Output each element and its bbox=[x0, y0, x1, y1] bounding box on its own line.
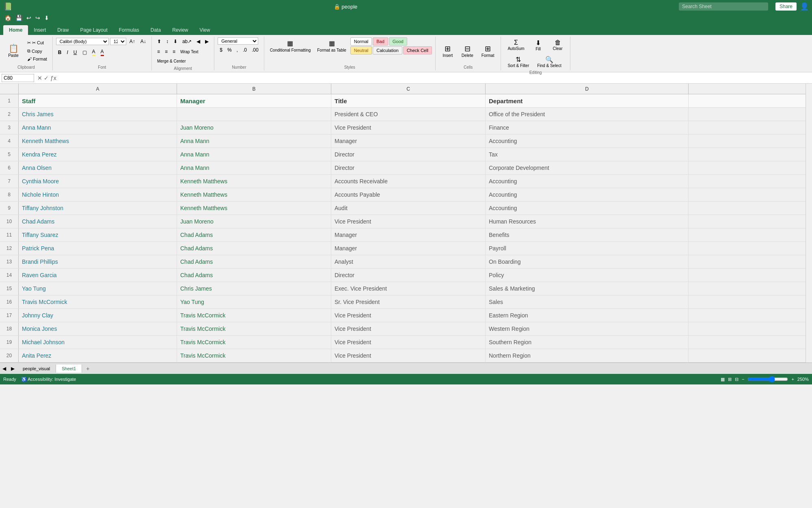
cell-b12[interactable]: Chad Adams bbox=[177, 242, 331, 255]
cell-a7[interactable]: Cynthia Moore bbox=[19, 175, 177, 188]
cell-d3[interactable]: Finance bbox=[486, 121, 689, 134]
bold-button[interactable]: B bbox=[56, 48, 64, 56]
align-left-button[interactable]: ≡ bbox=[155, 48, 162, 56]
cell-a18[interactable]: Monica Jones bbox=[19, 322, 177, 335]
name-box[interactable] bbox=[2, 74, 34, 82]
cell-a12[interactable]: Patrick Pena bbox=[19, 242, 177, 255]
cell-d6[interactable]: Corporate Development bbox=[486, 161, 689, 174]
cell-a3[interactable]: Anna Mann bbox=[19, 121, 177, 134]
delete-cells-button[interactable]: ⊟ Delete bbox=[458, 43, 477, 59]
share-button[interactable]: Share bbox=[775, 2, 797, 11]
cell-d11[interactable]: Benefits bbox=[486, 228, 689, 241]
cell-d20[interactable]: Northern Region bbox=[486, 349, 689, 362]
style-neutral[interactable]: Neutral bbox=[350, 46, 372, 54]
copy-button[interactable]: ⧉ Copy bbox=[25, 48, 49, 54]
align-top-button[interactable]: ⬆ bbox=[155, 37, 163, 46]
col-header-c[interactable]: C bbox=[331, 84, 486, 94]
cell-a6[interactable]: Anna Olsen bbox=[19, 161, 177, 174]
cell-c11[interactable]: Manager bbox=[331, 228, 486, 241]
cell-b19[interactable]: Travis McCormick bbox=[177, 336, 331, 349]
decrease-font-button[interactable]: A↓ bbox=[138, 37, 148, 46]
cell-d17[interactable]: Eastern Region bbox=[486, 309, 689, 322]
cell-b10[interactable]: Juan Moreno bbox=[177, 215, 331, 228]
comma-button[interactable]: , bbox=[235, 46, 240, 54]
cell-b13[interactable]: Chad Adams bbox=[177, 255, 331, 268]
cell-c9[interactable]: Audit bbox=[331, 202, 486, 215]
cell-d10[interactable]: Human Resources bbox=[486, 215, 689, 228]
align-center-button[interactable]: ≡ bbox=[163, 48, 170, 56]
cell-a10[interactable]: Chad Adams bbox=[19, 215, 177, 228]
font-name-select[interactable]: Calibri (Body) bbox=[56, 38, 109, 45]
tab-view[interactable]: View bbox=[194, 25, 216, 35]
cell-b4[interactable]: Anna Mann bbox=[177, 135, 331, 148]
cell-b15[interactable]: Chris James bbox=[177, 282, 331, 295]
cell-b7[interactable]: Kenneth Matthews bbox=[177, 175, 331, 188]
zoom-out-button[interactable]: − bbox=[742, 377, 744, 382]
cell-a19[interactable]: Michael Johnson bbox=[19, 336, 177, 349]
style-calculation[interactable]: Calculation bbox=[373, 46, 402, 54]
page-break-icon[interactable]: ⊞ bbox=[728, 377, 732, 382]
cell-a1[interactable]: Staff bbox=[19, 94, 177, 107]
cell-a2[interactable]: Chris James bbox=[19, 108, 177, 121]
col-header-a[interactable]: A bbox=[19, 84, 177, 94]
home-icon[interactable]: 🏠 bbox=[3, 14, 13, 22]
font-color-button[interactable]: A bbox=[99, 48, 106, 57]
cell-a20[interactable]: Anita Perez bbox=[19, 349, 177, 362]
cell-b2[interactable] bbox=[177, 108, 331, 121]
tab-insert[interactable]: Insert bbox=[28, 25, 52, 35]
decrease-decimal-button[interactable]: .0 bbox=[241, 46, 249, 54]
cell-c13[interactable]: Analyst bbox=[331, 255, 486, 268]
align-middle-button[interactable]: ↕ bbox=[164, 37, 171, 46]
cut-button[interactable]: ✂ ✂ Cut bbox=[25, 39, 49, 46]
vertical-scrollbar[interactable] bbox=[806, 84, 812, 363]
add-sheet-button[interactable]: + bbox=[82, 364, 93, 373]
tab-review[interactable]: Review bbox=[166, 25, 194, 35]
cell-c5[interactable]: Director bbox=[331, 148, 486, 161]
cell-c7[interactable]: Accounts Receivable bbox=[331, 175, 486, 188]
normal-view-icon[interactable]: ▦ bbox=[721, 377, 725, 382]
cell-d4[interactable]: Accounting bbox=[486, 135, 689, 148]
cell-a9[interactable]: Tiffany Johnston bbox=[19, 202, 177, 215]
conditional-formatting-button[interactable]: ▦ Conditional Formatting bbox=[268, 38, 313, 54]
cell-c1[interactable]: Title bbox=[331, 94, 486, 107]
cell-b20[interactable]: Travis McCormick bbox=[177, 349, 331, 362]
number-format-select[interactable]: General bbox=[218, 37, 258, 45]
cell-b17[interactable]: Travis McCormick bbox=[177, 309, 331, 322]
cell-c2[interactable]: President & CEO bbox=[331, 108, 486, 121]
cell-d12[interactable]: Payroll bbox=[486, 242, 689, 255]
cell-b18[interactable]: Travis McCormick bbox=[177, 322, 331, 335]
tab-formulas[interactable]: Formulas bbox=[113, 25, 145, 35]
cell-c14[interactable]: Director bbox=[331, 269, 486, 282]
format-as-table-button[interactable]: ▦ Format as Table bbox=[315, 38, 349, 54]
user-icon[interactable]: 👤 bbox=[800, 2, 809, 11]
cell-d2[interactable]: Office of the President bbox=[486, 108, 689, 121]
style-good[interactable]: Good bbox=[389, 37, 407, 46]
style-check-cell[interactable]: Check Cell bbox=[403, 46, 432, 54]
cell-b9[interactable]: Kenneth Matthews bbox=[177, 202, 331, 215]
page-layout-icon[interactable]: ⊟ bbox=[735, 377, 739, 382]
cell-c20[interactable]: Vice President bbox=[331, 349, 486, 362]
cell-b11[interactable]: Chad Adams bbox=[177, 228, 331, 241]
find-select-button[interactable]: 🔍 Find & Select bbox=[534, 54, 564, 69]
cell-c19[interactable]: Vice President bbox=[331, 336, 486, 349]
italic-button[interactable]: I bbox=[65, 48, 70, 56]
undo-icon[interactable]: ↩ bbox=[25, 14, 32, 22]
autosum-button[interactable]: Σ AutoSum bbox=[504, 37, 527, 53]
cancel-formula-icon[interactable]: ✕ bbox=[37, 75, 42, 81]
cell-d5[interactable]: Tax bbox=[486, 148, 689, 161]
cell-a16[interactable]: Travis McCormick bbox=[19, 295, 177, 308]
cell-c12[interactable]: Manager bbox=[331, 242, 486, 255]
style-bad[interactable]: Bad bbox=[373, 37, 388, 46]
save-icon[interactable]: 💾 bbox=[14, 14, 24, 22]
tab-page-layout[interactable]: Page Layout bbox=[74, 25, 113, 35]
cell-a8[interactable]: Nichole Hinton bbox=[19, 188, 177, 201]
fill-button[interactable]: ⬇ Fill bbox=[529, 37, 547, 53]
font-size-select[interactable]: 12 bbox=[110, 38, 126, 45]
cell-c15[interactable]: Exec. Vice President bbox=[331, 282, 486, 295]
confirm-formula-icon[interactable]: ✓ bbox=[44, 75, 49, 81]
percent-button[interactable]: % bbox=[225, 46, 234, 54]
style-normal[interactable]: Normal bbox=[350, 37, 372, 46]
cell-a5[interactable]: Kendra Perez bbox=[19, 148, 177, 161]
sort-filter-button[interactable]: ⇅ Sort & Filter bbox=[504, 54, 532, 69]
fill-color-button[interactable]: A bbox=[90, 48, 97, 57]
